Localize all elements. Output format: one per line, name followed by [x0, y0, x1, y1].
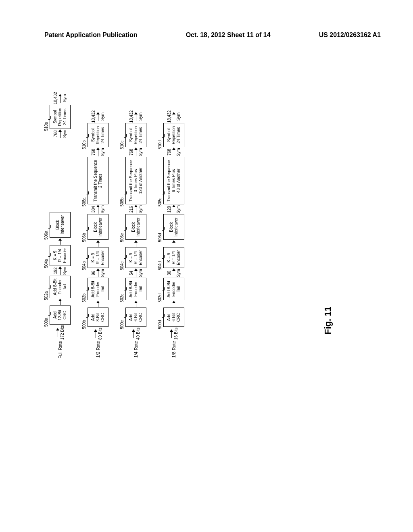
block-ref: 500d — [158, 320, 163, 329]
block-line: K = 9 — [53, 247, 58, 264]
block-ref: 504d — [158, 261, 163, 270]
block-line: Encoder — [63, 247, 67, 264]
block-ref: 504c — [120, 262, 125, 270]
arrow: 768Sym — [129, 148, 143, 156]
arrow: 18,432Sym — [167, 110, 181, 123]
block-line: Symbol — [167, 125, 171, 145]
arrow-unit: Sym — [176, 205, 181, 213]
block-line: Block — [131, 216, 136, 238]
arrow-count: 192 — [53, 268, 58, 274]
arrow-unit: 80 Bits — [98, 327, 102, 340]
figure-label: Fig. 11 — [323, 306, 333, 335]
block-line: Add 8-Bit — [129, 279, 133, 299]
arrow: 768Sym — [91, 148, 105, 156]
rate-text: 1/4 Rate — [133, 341, 138, 362]
arrow-line — [172, 301, 176, 307]
arrow-line — [134, 301, 138, 307]
arrow-line — [172, 148, 176, 156]
block-ref: 502b — [82, 293, 87, 302]
arrow-unit: Sym — [100, 148, 105, 156]
block-line: Repetition — [133, 125, 138, 145]
block-ref: 506d — [158, 233, 163, 242]
rate-input-label: 1/2 Rate — [96, 341, 100, 362]
arrow-count: 96 — [91, 271, 96, 275]
rate-input-label: Full Rate — [58, 341, 63, 362]
arrow: 96Sym — [91, 268, 105, 277]
block-line: Block — [93, 216, 98, 238]
arrow-line — [56, 328, 60, 337]
arrow-count: 216 — [129, 206, 133, 213]
arrow-unit: Sym — [176, 112, 181, 121]
arrow-unit: Sym — [63, 94, 67, 102]
header-right: US 2012/0263162 A1 — [319, 31, 381, 39]
arrow-line — [58, 238, 62, 245]
signal-chain-row: Full Rate172 Bits500aAdd12-BitCRC502aAdd… — [46, 64, 74, 362]
block-line: Repetition — [171, 125, 176, 145]
block-line: 120 of Another — [138, 158, 143, 203]
block-line: R = 1/4 — [133, 249, 138, 266]
block-line: 24 Times — [138, 125, 143, 145]
arrow: 40 Bits — [131, 327, 140, 340]
arrow: 120Sym — [167, 205, 181, 214]
arrow — [134, 301, 138, 307]
block-line: Add — [91, 309, 96, 325]
symbol-repetition-block: 510aSymbolRepetition24 Times — [50, 105, 71, 129]
arrow — [96, 240, 100, 247]
arrow: 384Sym — [91, 205, 105, 214]
crc-block: 500cAdd6-BitCRC — [125, 308, 146, 327]
arrow-count: 54 — [129, 271, 133, 275]
block-line: 6 Times Plus — [171, 158, 176, 203]
arrow-line — [134, 112, 138, 121]
arrow-line — [96, 240, 100, 247]
block-line: 24 Times — [63, 106, 67, 127]
signal-chain-row: 1/8 Rate16 Bits500dAdd6-BitCRC502dAdd 8-… — [160, 64, 188, 362]
arrow: 18,432Sym — [129, 110, 143, 123]
arrow: 192Sym — [53, 266, 67, 275]
block-line: 8-Bit — [96, 309, 100, 325]
arrow — [134, 240, 138, 247]
block-line: Tail — [138, 279, 143, 299]
arrow-line — [96, 148, 100, 156]
block-line: Encoder — [138, 249, 143, 266]
crc-block: 500aAdd12-BitCRC — [50, 305, 71, 325]
arrow-unit: 172 Bits — [60, 325, 65, 340]
block-line: 6-Bit — [171, 309, 176, 325]
block-ref: 504b — [82, 261, 87, 270]
symbol-repetition-block: 510cSymbolRepetition24 Times — [125, 123, 146, 147]
block-line: Tail — [176, 279, 181, 299]
block-line: 24 Times — [176, 125, 181, 145]
symbol-repetition-block: 510bSymbolRepetition24 Times — [88, 123, 108, 147]
block-ref: 508c — [158, 198, 163, 207]
block-line: 6-Bit — [133, 309, 138, 325]
arrow-line — [169, 329, 173, 338]
arrow-unit: 40 Bits — [136, 327, 140, 340]
block-ref: 508a — [82, 197, 87, 206]
arrow: 54Sym — [129, 268, 143, 277]
block-line: R = 1/4 — [171, 249, 176, 266]
arrow — [172, 240, 176, 247]
arrow-count: 18,432 — [91, 110, 96, 123]
block-line: Interleaver — [98, 216, 103, 238]
block-line: R = 1/4 — [58, 247, 63, 264]
block-line: Add 8-Bit — [91, 279, 96, 299]
arrow-line — [172, 205, 176, 214]
block-line: Symbol — [129, 125, 133, 145]
arrow-line — [172, 240, 176, 247]
block-line: Encoder — [58, 277, 63, 297]
block-line: Transmit the Sequence — [129, 158, 133, 203]
arrow-line — [172, 268, 176, 277]
header-left: Patent Application Publication — [44, 31, 138, 39]
arrow: 80 Bits — [94, 327, 102, 340]
rate-text: 1/2 Rate — [96, 341, 100, 362]
arrow-line — [58, 266, 62, 275]
encoder-block: 504aK = 9R = 1/4Encoder — [50, 245, 71, 266]
block-line: Add 8-Bit — [167, 279, 171, 299]
block-line: 24 Times — [100, 125, 105, 145]
transmit-block: 508cTransmit the Sequence6 Times Plus48 … — [163, 157, 184, 204]
crc-block: 500dAdd6-BitCRC — [163, 308, 184, 327]
arrow-unit: Sym — [63, 267, 67, 275]
arrow-line — [131, 329, 136, 338]
block-line: CRC — [138, 309, 143, 325]
arrow-count: 384 — [91, 206, 96, 213]
block-line: Add — [53, 307, 58, 323]
